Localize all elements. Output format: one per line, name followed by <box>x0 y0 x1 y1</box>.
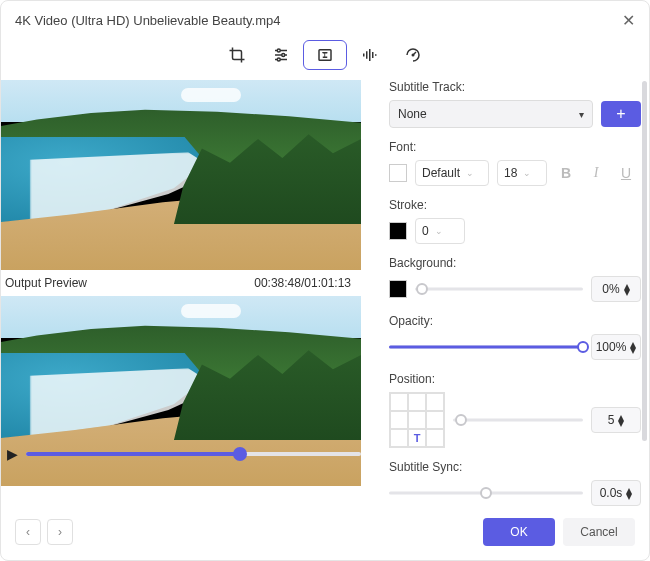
opacity-label: Opacity: <box>389 314 641 328</box>
opacity-value: 100% <box>596 340 627 354</box>
svg-text:T: T <box>322 50 328 60</box>
chevron-down-icon: ▾ <box>579 109 584 120</box>
sync-label: Subtitle Sync: <box>389 460 641 474</box>
svg-point-3 <box>277 49 280 52</box>
editor-toolbar: T <box>1 36 649 80</box>
sync-slider[interactable] <box>389 484 583 502</box>
subtitle-track-label: Subtitle Track: <box>389 80 641 94</box>
window-title: 4K Video (Ultra HD) Unbelievable Beauty.… <box>15 13 280 28</box>
font-size-select[interactable]: 18⌄ <box>497 160 547 186</box>
opacity-slider[interactable] <box>389 338 583 356</box>
background-color-swatch[interactable] <box>389 280 407 298</box>
cancel-button[interactable]: Cancel <box>563 518 635 546</box>
italic-button[interactable]: I <box>585 162 607 184</box>
audio-tool[interactable] <box>347 40 391 70</box>
stroke-color-swatch[interactable] <box>389 222 407 240</box>
svg-point-5 <box>277 58 280 61</box>
background-value: 0% <box>602 282 619 296</box>
position-label: Position: <box>389 372 641 386</box>
chevron-down-icon: ⌄ <box>523 168 531 178</box>
svg-point-4 <box>282 54 285 57</box>
adjust-tool[interactable] <box>259 40 303 70</box>
chevron-down-icon: ⌄ <box>466 168 474 178</box>
speed-tool[interactable] <box>391 40 435 70</box>
position-selected-cell: T <box>408 429 426 447</box>
position-grid[interactable]: T <box>389 392 445 448</box>
sync-spin[interactable]: 0.0s▴▾ <box>591 480 641 506</box>
prev-button[interactable]: ‹ <box>15 519 41 545</box>
font-size-value: 18 <box>504 166 517 180</box>
output-preview-label: Output Preview <box>5 276 87 290</box>
close-icon[interactable]: ✕ <box>622 11 635 30</box>
subtitle-tool[interactable]: T <box>303 40 347 70</box>
next-button[interactable]: › <box>47 519 73 545</box>
ok-button[interactable]: OK <box>483 518 555 546</box>
font-family-value: Default <box>422 166 460 180</box>
scrollbar[interactable] <box>642 81 647 441</box>
background-label: Background: <box>389 256 641 270</box>
underline-button[interactable]: U <box>615 162 637 184</box>
player-controls: ▶ <box>1 446 373 462</box>
chevron-down-icon: ⌄ <box>435 226 443 236</box>
timecode: 00:38:48/01:01:13 <box>254 276 351 290</box>
sync-value: 0.0s <box>600 486 623 500</box>
stroke-label: Stroke: <box>389 198 641 212</box>
stroke-value: 0 <box>422 224 429 238</box>
stroke-width-select[interactable]: 0⌄ <box>415 218 465 244</box>
background-opacity-slider[interactable] <box>415 280 583 298</box>
font-family-select[interactable]: Default⌄ <box>415 160 489 186</box>
subtitle-track-select[interactable]: None ▾ <box>389 100 593 128</box>
background-opacity-spin[interactable]: 0%▴▾ <box>591 276 641 302</box>
preview-pane: Output Preview 00:38:48/01:01:13 ▶ <box>1 80 371 510</box>
subtitle-panel: Subtitle Track: None ▾ + Font: Default⌄ … <box>371 80 649 510</box>
opacity-spin[interactable]: 100%▴▾ <box>591 334 641 360</box>
seek-slider[interactable] <box>26 446 361 462</box>
position-slider[interactable] <box>453 411 583 429</box>
play-icon[interactable]: ▶ <box>7 446 18 462</box>
input-video <box>1 80 361 270</box>
subtitle-track-value: None <box>398 107 427 121</box>
crop-tool[interactable] <box>215 40 259 70</box>
bold-button[interactable]: B <box>555 162 577 184</box>
position-value: 5 <box>608 413 615 427</box>
font-label: Font: <box>389 140 641 154</box>
add-subtitle-button[interactable]: + <box>601 101 641 127</box>
svg-point-13 <box>412 54 414 56</box>
position-spin[interactable]: 5▴▾ <box>591 407 641 433</box>
font-color-swatch[interactable] <box>389 164 407 182</box>
